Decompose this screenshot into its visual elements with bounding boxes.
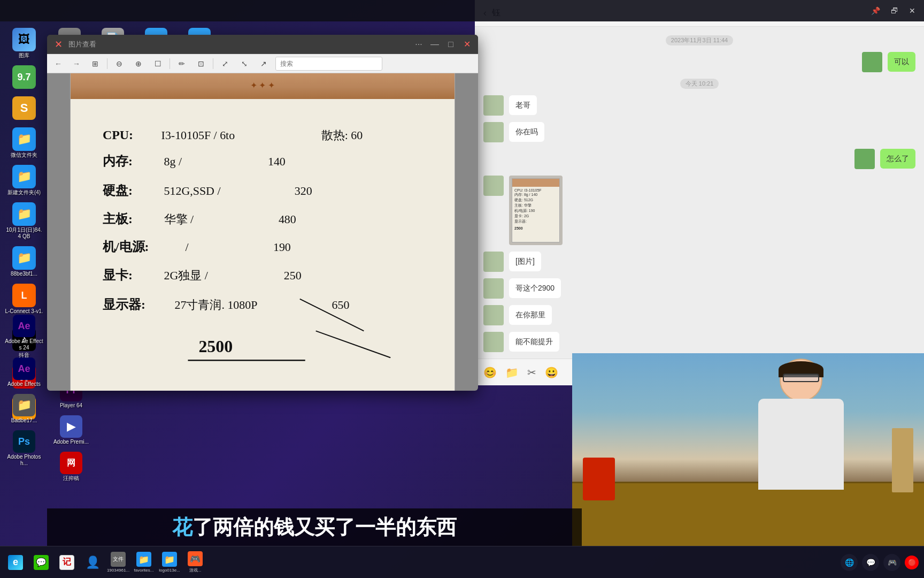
message-bubble-lǎogē: 老哥 <box>509 95 537 115</box>
desktop-icon-97[interactable]: 9.7 <box>3 63 45 92</box>
desktop-icon-player64[interactable]: ▶ Adobe Premi... <box>50 413 93 447</box>
message-row-zàinǐnàlǐ: 哥这个2900 <box>483 278 915 299</box>
desktop-icon-photoshop[interactable]: Ps Adobe Photosh... <box>3 428 45 469</box>
viewer-minimize-button[interactable]: — <box>428 37 442 51</box>
desktop-icon-10month[interactable]: 📁 10月1日(日)84.4 QB <box>3 200 45 242</box>
desktop: 📌 🗗 ✕ 🖼 图库 9.7 S 📁 微信文件夹 📁 新建文件夹(4) <box>0 0 924 578</box>
desktop-icon-badbe[interactable]: 📁 Badbe17... <box>3 392 45 426</box>
viewer-more-button[interactable]: ··· <box>412 37 426 51</box>
desktop-icon-gallery[interactable]: 🖼 图库 <box>3 26 45 61</box>
wechat-panel: ‹ 钰 2023年11月3日 11:44 可以 今天 10:21 老哥 你在吗 <box>475 0 924 385</box>
file-button[interactable]: 📁 <box>505 366 519 379</box>
taskbar-icon-favorites[interactable]: 📁 favorites... <box>133 551 155 574</box>
toolbar-divider-1 <box>107 58 107 69</box>
message-bubble-néng: 在你那里 <box>509 305 552 325</box>
webcam-overlay <box>572 353 924 546</box>
taskbar-icon-wechat[interactable]: 💬 <box>30 551 52 574</box>
desktop-icon-label-badbe: Badbe17... <box>11 417 37 424</box>
viewer-maximize-button[interactable]: □ <box>444 37 458 51</box>
other-avatar-4 <box>483 252 504 272</box>
edit-button[interactable]: ✏ <box>174 56 189 71</box>
message-row-zěnmele: 怎么了 <box>483 149 915 169</box>
toolbar-divider-2 <box>170 58 170 69</box>
message-row-nǐzàima: 你在吗 <box>483 122 915 142</box>
desktop-icon-label-photoshop: Adobe Photosh... <box>5 454 43 467</box>
desktop-icon-88[interactable]: 📁 88be3bf1... <box>3 244 45 279</box>
subtitle-bar: 花了两倍的钱又买了一半的东西 <box>47 508 582 546</box>
grid-view-button[interactable]: ⊞ <box>88 56 103 71</box>
message-row-lǎogē: 老哥 <box>483 95 915 116</box>
message-bubble-nǐzàima: 你在吗 <box>509 122 544 142</box>
self-avatar-2 <box>854 149 875 169</box>
person-silhouette <box>732 359 881 492</box>
taskbar-icon-19034961[interactable]: 文件 19034961... <box>107 551 129 574</box>
flip-button[interactable]: ⤡ <box>237 56 252 71</box>
fit-window-button[interactable]: ☐ <box>150 56 165 71</box>
desktop-icon-label-new-folder: 新建文件夹(4) <box>7 189 41 196</box>
message-row-néng: 在你那里 <box>483 305 915 325</box>
desktop-icon-wechat-files[interactable]: 📁 微信文件夹 <box>3 125 45 161</box>
tray-icon-1[interactable]: 🌐 <box>841 554 858 571</box>
timestamp-badge-2: 今天 10:21 <box>680 79 719 89</box>
desktop-icon-new-folder[interactable]: 📁 新建文件夹(4) <box>3 163 45 198</box>
desktop-icon-label-88: 88be3bf1... <box>11 271 37 277</box>
person-glasses <box>783 374 819 382</box>
desktop-icon-label-wangyi: 汪抑稿 <box>63 475 79 482</box>
book-cover-top <box>71 73 455 99</box>
desktop-icon-ae2[interactable]: Ae Adobe Effects <box>3 355 45 390</box>
taskbar-icon-edge[interactable]: e <box>4 551 27 574</box>
subtitle-text: 花了两倍的钱又买了一半的东西 <box>172 514 457 541</box>
nav-back-button[interactable]: ← <box>51 57 65 71</box>
close-desktop-button[interactable]: ✕ <box>906 4 919 17</box>
taskbar-icon-logo-label: logo013e... <box>159 568 180 573</box>
sticker-button[interactable]: 😀 <box>545 366 558 379</box>
taskbar-icon-favorites-label: favorites... <box>134 568 154 573</box>
viewer-window-controls: ··· — □ ✕ <box>412 37 474 51</box>
other-avatar-6 <box>483 305 504 325</box>
timestamp-badge-1: 2023年11月3日 11:44 <box>666 35 733 45</box>
toolbar-divider-3 <box>213 58 213 69</box>
other-avatar-1 <box>483 95 504 116</box>
scissors-button[interactable]: ✂ <box>527 366 536 379</box>
tray-icon-wechat[interactable]: 💬 <box>862 554 879 571</box>
message-row-monitor: 能不能提升 <box>483 332 915 352</box>
nav-forward-button[interactable]: → <box>70 57 83 71</box>
taskbar-icon-game[interactable]: 🎮 游戏... <box>184 551 206 574</box>
taskbar-icon-notes[interactable]: 记 <box>56 551 78 574</box>
tray-icon-red[interactable]: 🔴 <box>905 556 919 569</box>
message-row-2900: [图片] <box>483 252 915 272</box>
message-bubble-2900: [图片] <box>509 252 541 271</box>
desktop-icon-label-player64: Adobe Premi... <box>53 439 89 445</box>
crop-button[interactable]: ⊡ <box>194 56 209 71</box>
emoji-button[interactable]: 😊 <box>483 366 497 379</box>
tray-icon-steam[interactable]: 🎮 <box>883 554 900 571</box>
desktop-icon-label-10month: 10月1日(日)84.4 QB <box>5 227 43 240</box>
taskbar-icon-19034961-label: 19034961... <box>107 568 129 573</box>
desktop-icon-label-gallery: 图库 <box>19 52 29 59</box>
zoom-out-button[interactable]: ⊖ <box>112 56 127 71</box>
desktop-icon-sketchup[interactable]: S <box>3 94 45 123</box>
restore-button[interactable]: 🗗 <box>888 4 902 17</box>
desktop-icon-label-wechat-files: 微信文件夹 <box>11 152 37 158</box>
viewer-image-area: ✦ ✦ ✦ CPU: I3-10105F / 6to 散热: 60 内存: 8g… <box>47 73 478 391</box>
viewer-close-button[interactable]: ✕ <box>51 37 65 51</box>
message-bubble-zěnmele: 怎么了 <box>880 149 915 169</box>
rotate-button[interactable]: ⤢ <box>218 56 233 71</box>
desktop-icon-adobe-ae[interactable]: Ae Adobe Ae Effects 24 <box>3 313 45 353</box>
zoom-in-button[interactable]: ⊕ <box>131 56 146 71</box>
other-avatar-2 <box>483 122 504 142</box>
taskbar-icon-folder[interactable]: 👤 <box>81 551 104 574</box>
desk-item-red <box>583 458 615 500</box>
person-body <box>758 399 844 490</box>
viewer-title: 图片查看 <box>68 40 96 49</box>
desktop-icon-wangyi[interactable]: 网 汪抑稿 <box>50 450 93 484</box>
self-avatar-1 <box>862 52 882 72</box>
pin-button[interactable]: 📌 <box>868 4 883 17</box>
viewer-close-button2[interactable]: ✕ <box>460 37 474 51</box>
viewer-search-input[interactable] <box>275 57 382 71</box>
viewer-titlebar: ✕ 图片查看 ··· — □ ✕ <box>47 35 478 54</box>
message-image[interactable]: CPU: I3-10105F 内存: 8g / 140 硬盘: 512G 主板:… <box>509 176 563 245</box>
fullscreen-button[interactable]: ↗ <box>256 56 271 71</box>
top-bar-controls: 📌 🗗 ✕ <box>868 4 919 17</box>
taskbar-icon-logo[interactable]: 📁 logo013e... <box>158 551 181 574</box>
